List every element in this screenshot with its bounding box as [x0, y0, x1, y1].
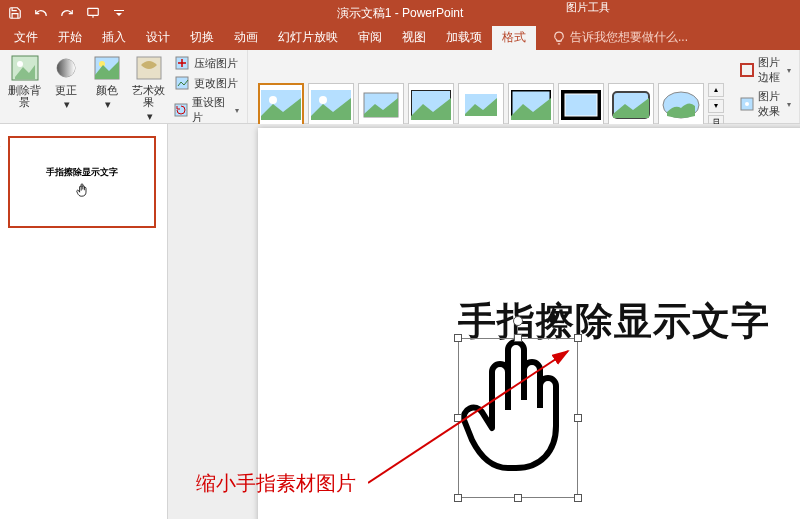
remove-background-button[interactable]: 删除背景 — [6, 52, 43, 108]
ribbon-group-picture-styles: ▴ ▾ ⊟ 图片边框▾ 图片效果▾ 图片版式▾ — [248, 50, 800, 123]
resize-handle-bl[interactable] — [454, 494, 462, 502]
color-icon — [92, 54, 122, 82]
chevron-down-icon: ▾ — [787, 100, 791, 109]
slide-thumbnail[interactable]: 手指擦除显示文字 — [8, 136, 156, 228]
slide-thumbnail-pane[interactable]: 1 手指擦除显示文字 — [0, 124, 168, 519]
tab-home[interactable]: 开始 — [48, 25, 92, 50]
picture-style-item[interactable] — [508, 83, 554, 127]
svg-point-4 — [57, 59, 75, 77]
slide[interactable]: 手指擦除显示文字 — [258, 128, 800, 519]
compress-pictures-button[interactable]: 压缩图片 — [172, 54, 241, 72]
tab-format[interactable]: 格式 — [492, 25, 536, 50]
slide-canvas-area[interactable]: 手指擦除显示文字 缩小手指素材图片 — [168, 124, 800, 519]
picture-style-item[interactable] — [358, 83, 404, 127]
start-slideshow-button[interactable] — [82, 3, 104, 23]
tab-transitions[interactable]: 切换 — [180, 25, 224, 50]
svg-point-14 — [319, 96, 327, 104]
picture-style-item[interactable] — [658, 83, 704, 127]
thumbnail-title: 手指擦除显示文字 — [46, 166, 118, 179]
ribbon-tab-bar: 文件 开始 插入 设计 切换 动画 幻灯片放映 审阅 视图 加载项 格式 告诉我… — [0, 26, 800, 50]
chevron-down-icon: ▾ — [235, 106, 239, 115]
svg-point-12 — [269, 96, 277, 104]
gallery-scroll-up-button[interactable]: ▴ — [708, 83, 724, 97]
chevron-down-icon: ▾ — [64, 98, 70, 110]
quick-access-toolbar — [4, 3, 130, 23]
picture-border-button[interactable]: 图片边框▾ — [738, 54, 793, 86]
remove-background-icon — [10, 54, 40, 82]
tell-me-search[interactable]: 告诉我您想要做什么... — [546, 25, 694, 50]
picture-style-item[interactable] — [258, 83, 304, 127]
resize-handle-ml[interactable] — [454, 414, 462, 422]
tab-design[interactable]: 设计 — [136, 25, 180, 50]
picture-effects-button[interactable]: 图片效果▾ — [738, 88, 793, 120]
corrections-icon — [51, 54, 81, 82]
picture-effects-icon — [740, 96, 754, 112]
ribbon-group-adjust: 删除背景 更正▾ 颜色▾ 艺术效果▾ — [0, 50, 248, 123]
picture-style-item[interactable] — [308, 83, 354, 127]
tab-review[interactable]: 审阅 — [348, 25, 392, 50]
qat-customize-button[interactable] — [108, 3, 130, 23]
resize-handle-tm[interactable] — [514, 334, 522, 342]
work-area: 1 手指擦除显示文字 手指擦除显示文字 — [0, 124, 800, 519]
gallery-scroll-down-button[interactable]: ▾ — [708, 99, 724, 113]
picture-style-item[interactable] — [458, 83, 504, 127]
artistic-effects-icon — [134, 54, 164, 82]
picture-style-item[interactable] — [558, 83, 604, 127]
resize-handle-bm[interactable] — [514, 494, 522, 502]
selected-hand-image[interactable] — [458, 338, 578, 498]
resize-handle-mr[interactable] — [574, 414, 582, 422]
svg-rect-20 — [563, 92, 599, 118]
tab-animations[interactable]: 动画 — [224, 25, 268, 50]
reset-picture-icon — [174, 102, 188, 118]
lightbulb-icon — [552, 31, 566, 45]
window-title: 演示文稿1 - PowerPoint — [337, 5, 464, 22]
resize-handle-br[interactable] — [574, 494, 582, 502]
corrections-button[interactable]: 更正▾ — [47, 52, 84, 110]
rotation-handle[interactable] — [513, 316, 523, 326]
svg-point-2 — [17, 61, 23, 67]
chevron-down-icon: ▾ — [787, 66, 791, 75]
svg-point-26 — [745, 102, 749, 106]
tab-slideshow[interactable]: 幻灯片放映 — [268, 25, 348, 50]
picture-style-gallery[interactable]: ▴ ▾ ⊟ — [254, 77, 728, 129]
artistic-effects-button[interactable]: 艺术效果▾ — [130, 52, 167, 122]
change-picture-icon — [174, 75, 190, 91]
chevron-down-icon: ▾ — [147, 110, 153, 122]
context-tab-group: 图片工具 — [556, 0, 620, 26]
picture-style-item[interactable] — [408, 83, 454, 127]
ribbon: 删除背景 更正▾ 颜色▾ 艺术效果▾ — [0, 50, 800, 124]
title-bar: 演示文稿1 - PowerPoint 图片工具 — [0, 0, 800, 26]
compress-icon — [174, 55, 190, 71]
selection-box — [458, 338, 578, 498]
resize-handle-tr[interactable] — [574, 334, 582, 342]
redo-button[interactable] — [56, 3, 78, 23]
context-tab-label: 图片工具 — [556, 1, 620, 13]
tab-file[interactable]: 文件 — [4, 25, 48, 50]
tab-insert[interactable]: 插入 — [92, 25, 136, 50]
tab-view[interactable]: 视图 — [392, 25, 436, 50]
tab-addins[interactable]: 加载项 — [436, 25, 492, 50]
picture-style-item[interactable] — [608, 83, 654, 127]
resize-handle-tl[interactable] — [454, 334, 462, 342]
slide-number: 1 — [0, 136, 1, 150]
picture-border-icon — [740, 62, 754, 78]
save-button[interactable] — [4, 3, 26, 23]
reset-picture-button[interactable]: 重设图片▾ — [172, 94, 241, 126]
color-button[interactable]: 颜色▾ — [89, 52, 126, 110]
annotation-text: 缩小手指素材图片 — [196, 470, 356, 497]
svg-rect-0 — [88, 8, 99, 15]
hand-pointer-icon — [74, 183, 90, 199]
undo-button[interactable] — [30, 3, 52, 23]
svg-rect-24 — [741, 64, 753, 76]
change-picture-button[interactable]: 更改图片 — [172, 74, 241, 92]
chevron-down-icon: ▾ — [105, 98, 111, 110]
